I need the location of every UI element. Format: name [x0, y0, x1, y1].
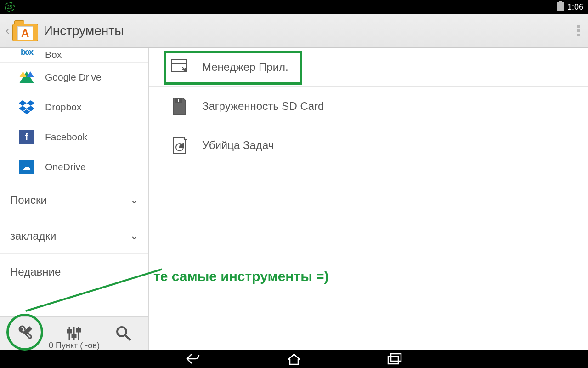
- sidebar-item-label: Box: [45, 49, 62, 60]
- status-indicator-icon: 25: [5, 2, 15, 12]
- sd-card-icon: [170, 97, 189, 116]
- section-label: закладки: [10, 230, 56, 242]
- android-statusbar: 25 1:06: [0, 0, 588, 14]
- app-manager-icon: [170, 58, 189, 77]
- svg-rect-16: [178, 99, 179, 102]
- tool-label: Менеджер Прил.: [202, 61, 288, 74]
- annotation-text: те самые инструменты =): [153, 269, 329, 284]
- tool-label: Убийца Задач: [202, 139, 274, 152]
- onedrive-icon: ☁: [18, 159, 35, 175]
- sidebar-section-bookmarks[interactable]: закладки ⌄: [0, 218, 148, 254]
- google-drive-icon: [18, 69, 35, 86]
- section-label: Недавние: [10, 265, 61, 278]
- sidebar-section-searches[interactable]: Поиски ⌄: [0, 182, 148, 218]
- sidebar-item-facebook[interactable]: f Facebook: [0, 122, 148, 152]
- android-navbar: [0, 350, 588, 368]
- svg-rect-19: [388, 356, 398, 364]
- svg-point-11: [117, 327, 126, 336]
- sidebar-item-label: OneDrive: [45, 161, 86, 172]
- svg-rect-10: [77, 329, 80, 332]
- main-panel: Менеджер Прил. Загруженность SD Card Уби…: [149, 48, 588, 350]
- app-bar: ‹ A Инструменты: [0, 14, 588, 48]
- tool-sd-card[interactable]: Загруженность SD Card: [149, 87, 588, 126]
- svg-marker-1: [27, 100, 34, 106]
- sidebar-item-label: Facebook: [45, 132, 87, 143]
- svg-rect-9: [72, 334, 76, 337]
- sidebar-item-google-drive[interactable]: Google Drive: [0, 63, 148, 92]
- sidebar-section-recent[interactable]: Недавние: [0, 254, 148, 290]
- facebook-icon: f: [18, 129, 35, 145]
- nav-back-button[interactable]: [184, 350, 202, 368]
- svg-rect-17: [180, 99, 181, 102]
- sidebar-item-dropbox[interactable]: Dropbox: [0, 92, 148, 122]
- sidebar-item-onedrive[interactable]: ☁ OneDrive: [0, 152, 148, 182]
- chevron-down-icon: ⌄: [130, 194, 138, 206]
- clock: 1:06: [567, 2, 583, 12]
- tool-task-killer[interactable]: Убийца Задач: [149, 126, 588, 165]
- sidebar-item-label: Google Drive: [45, 72, 102, 83]
- svg-rect-20: [391, 354, 401, 361]
- sidebar-list: box Box Google Drive Dropbox f Facebook …: [0, 48, 148, 316]
- box-icon: box: [18, 48, 35, 60]
- svg-line-12: [125, 335, 130, 340]
- sidebar-bottom-tabs: 0 Пункт ( -ов): [0, 316, 148, 350]
- sidebar: box Box Google Drive Dropbox f Facebook …: [0, 48, 149, 350]
- tool-label: Загруженность SD Card: [202, 100, 324, 113]
- chevron-down-icon: ⌄: [130, 230, 138, 242]
- task-killer-icon: [170, 136, 189, 155]
- nav-recent-button[interactable]: [386, 350, 404, 368]
- item-count: 0 Пункт ( -ов): [0, 341, 148, 351]
- svg-marker-0: [19, 100, 27, 106]
- sidebar-item-label: Dropbox: [45, 102, 81, 113]
- content-area: box Box Google Drive Dropbox f Facebook …: [0, 48, 588, 350]
- tool-app-manager[interactable]: Менеджер Прил.: [149, 48, 588, 87]
- nav-home-button[interactable]: [285, 350, 303, 368]
- section-label: Поиски: [10, 194, 47, 207]
- back-button[interactable]: ‹: [6, 23, 10, 38]
- overflow-menu-button[interactable]: [575, 23, 582, 39]
- app-icon[interactable]: A: [12, 20, 38, 41]
- sidebar-item-box[interactable]: box Box: [0, 48, 148, 63]
- svg-rect-8: [68, 330, 71, 333]
- dropbox-icon: [18, 99, 35, 115]
- page-title: Инструменты: [44, 23, 124, 38]
- svg-rect-15: [175, 99, 177, 102]
- battery-icon: [557, 2, 564, 12]
